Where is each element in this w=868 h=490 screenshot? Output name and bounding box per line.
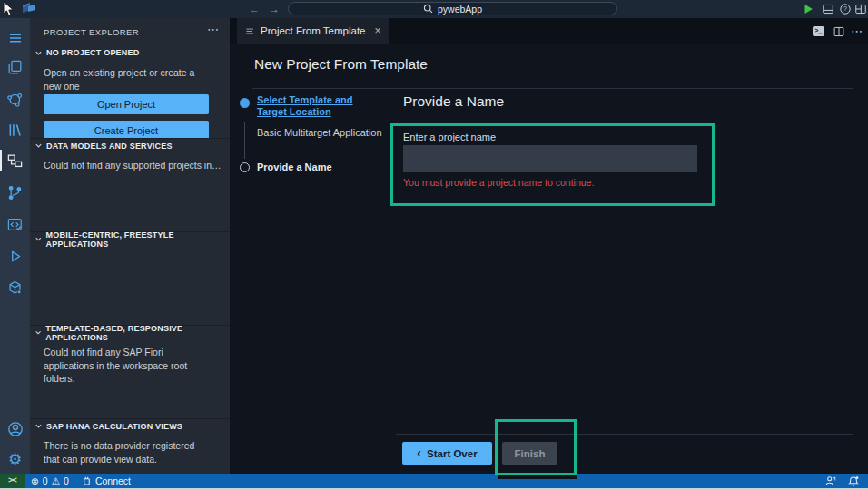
step1-active-dot [240,98,250,108]
annotation-box-shadow [498,475,577,479]
nav-forward-icon[interactable]: → [269,0,280,18]
project-name-label: Enter a project name [403,132,496,142]
explorer-files-icon[interactable] [0,54,30,81]
section-body-text: Open an existing project or create a new… [30,60,230,93]
chevron-down-icon [35,235,43,243]
stepper-connector [244,122,245,159]
nav-back-icon[interactable]: ← [249,0,260,18]
connect-button[interactable]: Connect [82,475,131,486]
section-template-based: TEMPLATE-BASED, RESPONSIVE APPLICATIONS … [30,325,230,418]
divider [396,434,853,435]
editor-more-actions[interactable]: ⋯ [850,25,863,37]
editor-area: Project From Template × >_ ⋯ New Project… [230,18,868,474]
start-over-button[interactable]: ‹ Start Over [402,442,492,465]
wizard-content: New Project From Template Select Templat… [230,44,868,474]
warnings-count: 0 [64,475,69,486]
sidebar-title: PROJECT EXPLORER [44,27,139,37]
problems-indicator[interactable]: ⊗ 0 ⚠ 0 [31,475,69,486]
webview-list-icon [245,26,255,36]
chevron-down-icon [35,328,42,337]
step2-pending-circle [240,162,250,172]
project-explorer-icon[interactable] [0,147,30,174]
app-logo [15,2,46,15]
section-header[interactable]: DATA MODELS AND SERVICES [30,138,230,152]
tab-close-icon[interactable]: × [374,24,380,37]
connections-network-icon[interactable] [0,85,30,113]
bell-notification-icon[interactable] [848,475,859,487]
chevron-down-icon [35,142,43,150]
section-mobile-centric: MOBILE-CENTRIC, FREESTYLE APPLICATIONS [30,231,230,325]
help-icon[interactable]: ? [839,3,852,15]
wizard-title: New Project From Template [254,56,428,73]
warnings-icon: ⚠ [52,475,60,486]
open-project-button[interactable]: Open Project [44,94,209,114]
section-data-models-services: DATA MODELS AND SERVICES Could not find … [30,138,230,231]
chevron-left-icon: ‹ [417,446,421,460]
step1-link[interactable]: Select Template and Target Location [257,94,366,118]
svg-text:?: ? [843,5,847,12]
project-name-input[interactable] [403,145,697,172]
tab-project-from-template[interactable]: Project From Template × [237,18,389,44]
library-icon[interactable] [0,116,30,143]
menu-icon[interactable] [0,24,30,52]
validation-error-text: You must provide a project name to conti… [403,177,594,188]
settings-gear-icon[interactable]: ⚙ [0,446,30,473]
run-button[interactable] [802,3,814,15]
open-preview-icon[interactable]: >_ [812,25,825,37]
divider [252,88,853,89]
source-control-icon[interactable] [0,179,30,206]
section-hana-calculation-views: SAP HANA CALCULATION VIEWS There is no d… [30,418,230,474]
status-bar-right [824,475,859,487]
customize-layout-icon[interactable] [854,3,867,15]
chevron-down-icon [35,422,43,430]
section-body-text: Could not find any supported projects in… [30,152,230,172]
section-header[interactable]: NO PROJECT OPENED [30,45,230,60]
chevron-down-icon [35,49,43,57]
tab-label: Project From Template [261,25,365,36]
search-value: pywebApp [438,4,482,15]
package-icon[interactable] [0,274,30,301]
section-header[interactable]: MOBILE-CENTRIC, FREESTYLE APPLICATIONS [30,231,230,246]
section-header[interactable]: TEMPLATE-BASED, RESPONSIVE APPLICATIONS [30,325,230,339]
sidebar-project-explorer: PROJECT EXPLORER ⋯ NO PROJECT OPENED Ope… [30,18,230,474]
step1-sublabel: Basic Multitarget Application [257,127,382,138]
create-project-button[interactable]: Create Project [44,121,209,138]
errors-count: 0 [43,475,48,486]
errors-icon: ⊗ [31,475,39,486]
plug-icon [82,475,92,486]
remote-indicator[interactable]: >< [0,474,25,488]
section-body-text: There is no data provider registered tha… [30,433,230,466]
search-icon [423,4,433,14]
status-bar: >< ⊗ 0 ⚠ 0 Connect [0,474,868,488]
panel-title: Provide a Name [403,93,504,110]
split-editor-icon[interactable] [832,25,845,37]
sidebar-more-actions[interactable]: ⋯ [207,23,219,36]
command-search-input[interactable]: pywebApp [288,2,617,15]
section-no-project-opened: NO PROJECT OPENED Open an existing proje… [30,45,230,138]
finish-button[interactable]: Finish [502,442,557,465]
feedback-icon[interactable] [824,475,836,486]
app-window: ← → pywebApp ? [0,0,868,490]
activity-bar: ⚙ [0,18,30,474]
section-header[interactable]: SAP HANA CALCULATION VIEWS [30,418,230,433]
title-bar: ← → pywebApp ? [0,0,868,18]
step2-label[interactable]: Provide a Name [257,162,332,172]
section-body-text: Could not find any SAP Fiori application… [30,339,230,386]
toggle-panel-icon[interactable] [822,3,834,15]
code-check-icon[interactable] [0,211,30,238]
mouse-cursor-icon [2,1,15,17]
account-icon[interactable] [0,416,30,443]
run-debug-icon[interactable] [0,242,30,270]
